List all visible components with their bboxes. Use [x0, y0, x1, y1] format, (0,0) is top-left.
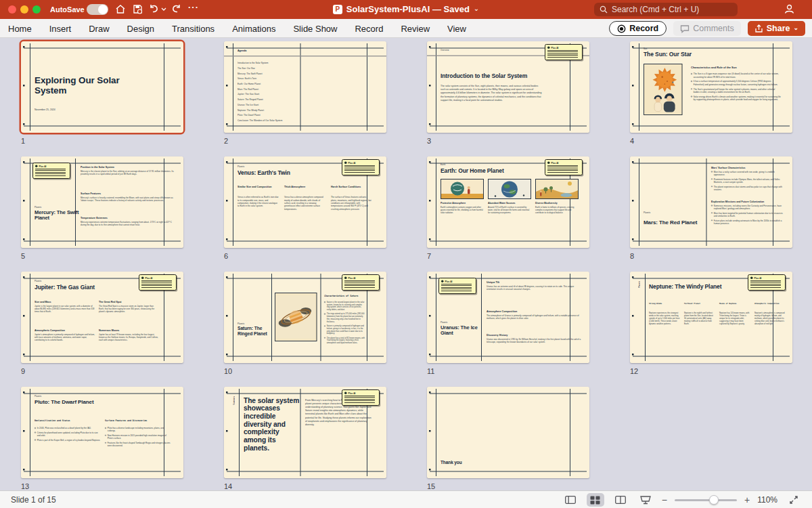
tab-animations[interactable]: Animations [232, 24, 275, 34]
comments-button[interactable]: Comments [673, 21, 740, 36]
zoom-in-icon[interactable]: + [744, 494, 750, 505]
frame-line [436, 389, 436, 476]
registration-mark [226, 391, 228, 394]
slide-thumbnail-10[interactable]: PlanetsSaturn: The Ringed Planet Charact… [224, 272, 386, 363]
slide-thumbnail-4[interactable]: SunThe Sun: Our Star Characteristics and… [630, 41, 792, 133]
slide-title: Introduction to the Solar System [441, 72, 527, 79]
slide-canvas: PlanetsUranus: The Ice Giant Unique Tilt… [427, 272, 589, 363]
frame-line [633, 241, 790, 242]
frame-line [430, 471, 587, 472]
registration-mark [429, 46, 431, 48]
titlebar: AutoSave ··· P SolarSystem-PlusAI — Save… [0, 0, 812, 19]
normal-view-button[interactable] [562, 493, 579, 507]
slide-thumbnail-9[interactable]: PlanetsJupiter: The Gas Giant Size and M… [21, 272, 183, 363]
slide-thumbnail-15[interactable]: Thank you [427, 387, 589, 478]
sun-image-frame[interactable] [644, 64, 683, 115]
tab-transitions[interactable]: Transitions [172, 24, 215, 34]
note-text-lines [344, 396, 375, 404]
frame-line [706, 158, 707, 246]
registration-mark [429, 469, 431, 471]
more-toolbar-icon[interactable]: ··· [188, 2, 199, 12]
slide-thumbnail-1[interactable]: Exploring Our Solar System November 25, … [21, 41, 183, 133]
slide-eyebrow: Planets [238, 165, 244, 167]
slide-thumbnail-2[interactable]: Agenda Introduction to the Solar SystemT… [224, 41, 386, 133]
plus-ai-note[interactable]: Plus AI [32, 163, 70, 179]
close-window-button[interactable] [8, 5, 16, 14]
minimize-window-button[interactable] [20, 5, 28, 14]
save-icon[interactable] [133, 4, 145, 15]
slide-thumbnail-5[interactable]: PlanetsMercury: The Swift Planet Positio… [21, 156, 183, 248]
redo-icon[interactable] [171, 4, 183, 15]
plus-ai-note[interactable]: Plus AI [545, 44, 583, 60]
autosave-toggle[interactable] [87, 4, 108, 15]
share-icon [754, 24, 763, 33]
tab-design[interactable]: Design [127, 24, 154, 34]
tab-home[interactable]: Home [8, 24, 32, 34]
plus-ai-logo-icon [441, 280, 444, 283]
saturn-image-frame[interactable] [275, 293, 317, 341]
plus-ai-note[interactable]: Plus AI [342, 389, 380, 406]
protective-atmosphere-image [441, 179, 483, 198]
slide-eyebrow: Planets [238, 322, 244, 324]
registration-mark [23, 354, 25, 356]
account-icon[interactable] [784, 3, 795, 18]
registration-mark [23, 123, 25, 125]
zoom-slider[interactable] [675, 495, 737, 505]
slide-title: Neptune: The Windy Planet [649, 283, 721, 290]
share-button[interactable]: Share ⌄ [748, 21, 805, 36]
registration-mark [226, 469, 228, 471]
slideshow-view-button[interactable] [637, 493, 654, 507]
slide-canvas: PlanetsMars: The Red Planet Mars' Surfac… [630, 156, 792, 248]
note-text-lines [750, 280, 781, 289]
zoom-slider-knob[interactable] [709, 495, 719, 505]
slide-number: 7 [427, 252, 431, 260]
tab-insert[interactable]: Insert [49, 24, 72, 34]
document-title[interactable]: SolarSystem-PlusAI — Saved [346, 4, 470, 14]
fullscreen-window-button[interactable] [32, 5, 41, 14]
plus-ai-logo-icon [547, 47, 550, 49]
note-text-lines [547, 165, 578, 173]
slide-thumbnail-8[interactable]: PlanetsMars: The Red Planet Mars' Surfac… [630, 156, 792, 248]
registration-mark [23, 238, 25, 240]
slide-thumbnail-3[interactable]: OverviewIntroduction to the Solar System… [427, 41, 589, 133]
slide-thumbnail-12[interactable]: PlanetsNeptune: The Windy Planet Strong … [630, 272, 792, 363]
tab-view[interactable]: View [447, 24, 466, 34]
slide-thumbnail-11[interactable]: PlanetsUranus: The Ice Giant Unique Tilt… [427, 272, 589, 363]
slide-title: Uranus: The Ice Giant [441, 324, 488, 336]
note-text-lines [344, 165, 375, 173]
zoom-out-icon[interactable]: − [662, 494, 667, 505]
slide-thumbnail-6[interactable]: PlanetsVenus: Earth's Twin Similar Size … [224, 156, 386, 248]
reading-view-button[interactable] [612, 493, 629, 507]
slide-thumbnail-13[interactable]: PlanetsPluto: The Dwarf Planet Reclassif… [21, 387, 183, 478]
tab-slide-show[interactable]: Slide Show [293, 24, 337, 34]
registration-mark [226, 85, 228, 87]
slide-eyebrow: Planets [35, 280, 41, 282]
record-button[interactable]: Record [609, 21, 667, 36]
plus-ai-note[interactable]: Plus AI [342, 159, 380, 175]
title-chevron-icon[interactable]: ⌄ [474, 5, 479, 12]
tab-review[interactable]: Review [401, 24, 430, 34]
registration-mark [226, 315, 228, 317]
earth-image-frame[interactable] [441, 179, 484, 199]
slide-sorter-view-button[interactable] [587, 493, 604, 507]
earth-image-frame[interactable] [535, 179, 579, 199]
registration-mark [632, 276, 634, 278]
tab-draw[interactable]: Draw [89, 24, 109, 34]
fit-to-window-icon[interactable] [785, 493, 803, 507]
undo-icon[interactable] [149, 4, 161, 15]
plus-ai-note[interactable]: Plus AI [139, 274, 177, 291]
plus-ai-note[interactable]: Plus AI [545, 159, 583, 175]
plus-ai-note[interactable]: Plus AI [438, 278, 476, 294]
plus-ai-note[interactable]: Plus AI [748, 274, 786, 291]
slide-thumbnail-14[interactable]: Summary The solar system showcases incre… [224, 387, 386, 478]
slide-title: Thank you [441, 460, 462, 465]
home-icon[interactable] [115, 4, 127, 15]
slide-thumbnail-7[interactable]: EarthEarth: Our Home Planet Protective A… [427, 156, 589, 248]
search-input[interactable]: Search (Cmd + Ctrl + U) [594, 3, 738, 16]
tab-record[interactable]: Record [355, 24, 383, 34]
slide-canvas: EarthEarth: Our Home Planet Protective A… [427, 156, 589, 248]
earth-image-frame[interactable] [488, 179, 531, 199]
frame-line [30, 389, 30, 476]
plus-ai-note[interactable]: Plus AI [342, 274, 380, 291]
zoom-level[interactable]: 110% [757, 495, 777, 505]
